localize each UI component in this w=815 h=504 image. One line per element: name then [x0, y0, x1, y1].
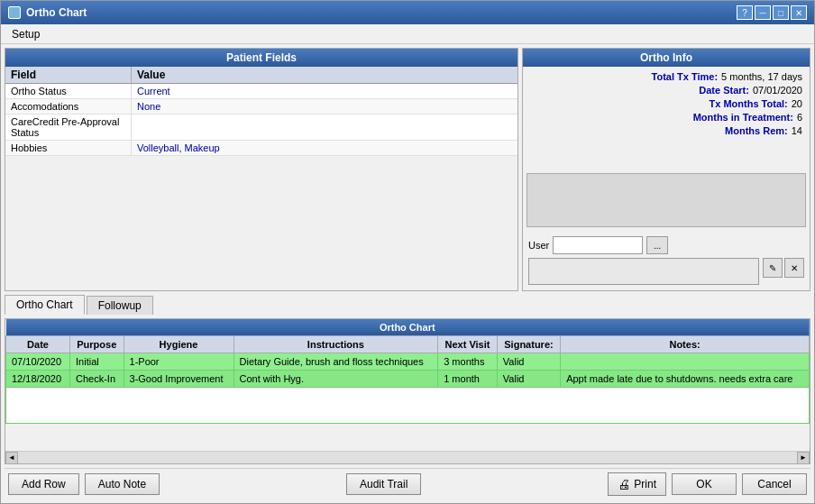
- user-input[interactable]: [553, 236, 643, 254]
- col-value: Value: [132, 67, 517, 83]
- cell-next-visit: 1 month: [438, 371, 498, 388]
- info-label: Months in Treatment:: [693, 112, 793, 123]
- patient-fields-panel: Patient Fields Field Value Ortho Status …: [5, 48, 518, 291]
- menu-setup[interactable]: Setup: [5, 26, 47, 42]
- cell-hygiene: 3-Good Improvement: [124, 371, 234, 388]
- signature-canvas: [528, 258, 759, 285]
- list-item: Months in Treatment: 6: [527, 111, 806, 124]
- title-bar: Ortho Chart ? ─ □ ✕: [1, 1, 814, 24]
- chart-table: Ortho Chart Date Purpose Hygiene Instruc…: [5, 319, 810, 424]
- scroll-right-arrow[interactable]: ►: [797, 452, 810, 464]
- cell-purpose: Check-In: [70, 371, 124, 388]
- ortho-info-content: Total Tx Time: 5 months, 17 days Date St…: [523, 67, 810, 170]
- list-item: Total Tx Time: 5 months, 17 days: [527, 70, 806, 84]
- cancel-button[interactable]: Cancel: [742, 473, 807, 495]
- list-item: Date Start: 07/01/2020: [527, 84, 806, 97]
- ortho-info-panel: Ortho Info Total Tx Time: 5 months, 17 d…: [522, 48, 810, 291]
- table-row: Hobbies Volleyball, Makeup: [5, 141, 517, 156]
- ortho-chart-section: Ortho Chart Date Purpose Hygiene Instruc…: [5, 318, 810, 464]
- sig-btn-1[interactable]: ✎: [763, 258, 783, 278]
- cell-instructions: Cont with Hyg.: [234, 371, 438, 388]
- field-value: Current: [132, 84, 517, 98]
- menu-bar: Setup: [1, 24, 814, 44]
- info-label: Total Tx Time:: [652, 71, 719, 82]
- cell-date: 12/18/2020: [6, 371, 70, 388]
- col-notes: Notes:: [561, 336, 810, 353]
- top-section: Patient Fields Field Value Ortho Status …: [5, 48, 810, 291]
- field-label: Hobbies: [5, 141, 132, 155]
- info-value: 6: [797, 112, 802, 123]
- cell-date: 07/10/2020: [6, 353, 70, 371]
- print-button[interactable]: 🖨 Print: [608, 472, 666, 496]
- title-bar-controls: ? ─ □ ✕: [737, 5, 807, 20]
- user-browse-button[interactable]: ...: [646, 236, 668, 254]
- list-item: Tx Months Total: 20: [527, 97, 806, 111]
- minimize-button[interactable]: ─: [755, 5, 771, 20]
- title-bar-left: Ortho Chart: [8, 6, 87, 19]
- col-purpose: Purpose: [70, 336, 124, 353]
- patient-fields-columns: Field Value: [5, 67, 517, 84]
- info-value: 5 months, 17 days: [721, 71, 802, 82]
- field-value: [132, 115, 517, 140]
- info-label: Tx Months Total:: [710, 98, 788, 109]
- audit-trail-button[interactable]: Audit Trail: [346, 473, 421, 495]
- ok-button[interactable]: OK: [672, 473, 737, 495]
- signature-area: ✎ ✕: [528, 258, 804, 285]
- table-row: CareCredit Pre-Approval Status: [5, 115, 517, 141]
- table-row: 07/10/2020 Initial 1-Poor Dietary Guide,…: [6, 353, 810, 371]
- horizontal-scrollbar[interactable]: ◄ ►: [5, 451, 810, 463]
- main-window: Ortho Chart ? ─ □ ✕ Setup Patient Fields…: [0, 0, 815, 504]
- patient-fields-header: Patient Fields: [5, 49, 517, 67]
- cell-notes: Appt made late due to shutdowns. needs e…: [561, 371, 810, 388]
- cell-hygiene: 1-Poor: [124, 353, 234, 371]
- field-value: Volleyball, Makeup: [132, 141, 517, 155]
- ortho-info-header: Ortho Info: [523, 49, 810, 67]
- window-title: Ortho Chart: [26, 6, 87, 19]
- maximize-button[interactable]: □: [773, 5, 789, 20]
- close-button[interactable]: ✕: [791, 5, 807, 20]
- printer-icon: 🖨: [618, 477, 630, 491]
- info-value: 07/01/2020: [753, 85, 802, 96]
- user-label: User: [528, 240, 549, 251]
- cell-signature: Valid: [497, 371, 560, 388]
- app-icon: [8, 6, 21, 19]
- col-next-visit: Next Visit: [438, 336, 498, 353]
- info-value: 20: [792, 98, 802, 109]
- info-spacer: [527, 173, 806, 227]
- col-signature: Signature:: [497, 336, 560, 353]
- help-button[interactable]: ?: [737, 5, 753, 20]
- info-label: Date Start:: [699, 85, 749, 96]
- table-row: Accomodations None: [5, 99, 517, 115]
- col-date: Date: [6, 336, 70, 353]
- empty-row: [6, 388, 810, 424]
- fields-table: Ortho Status Current Accomodations None …: [5, 84, 517, 290]
- tabs-section: Ortho Chart Followup: [5, 295, 810, 315]
- auto-note-button[interactable]: Auto Note: [85, 473, 160, 495]
- tab-ortho-chart[interactable]: Ortho Chart: [5, 295, 85, 315]
- cell-purpose: Initial: [70, 353, 124, 371]
- info-label: Months Rem:: [725, 125, 788, 136]
- field-value: None: [132, 99, 517, 114]
- cell-next-visit: 3 months: [438, 353, 498, 371]
- add-row-button[interactable]: Add Row: [8, 473, 79, 495]
- field-label: CareCredit Pre-Approval Status: [5, 115, 132, 140]
- table-row: Ortho Status Current: [5, 84, 517, 99]
- ortho-chart-table: Ortho Chart Date Purpose Hygiene Instruc…: [5, 319, 810, 451]
- field-label: Ortho Status: [5, 84, 132, 98]
- table-row: 12/18/2020 Check-In 3-Good Improvement C…: [6, 371, 810, 388]
- col-hygiene: Hygiene: [124, 336, 234, 353]
- scroll-left-arrow[interactable]: ◄: [5, 452, 18, 464]
- print-label: Print: [634, 478, 656, 490]
- col-field: Field: [5, 67, 132, 83]
- ortho-user-section: User ... ✎ ✕: [523, 231, 810, 290]
- info-value: 14: [792, 125, 802, 136]
- sig-btn-2[interactable]: ✕: [784, 258, 804, 278]
- signature-buttons: ✎ ✕: [763, 258, 804, 285]
- chart-table-title: Ortho Chart: [6, 319, 810, 336]
- tab-followup[interactable]: Followup: [87, 296, 153, 315]
- bottom-bar: Add Row Auto Note Audit Trail 🖨 Print OK…: [5, 468, 810, 499]
- list-item: Months Rem: 14: [527, 124, 806, 138]
- col-instructions: Instructions: [234, 336, 438, 353]
- field-label: Accomodations: [5, 99, 132, 114]
- cell-signature: Valid: [497, 353, 560, 371]
